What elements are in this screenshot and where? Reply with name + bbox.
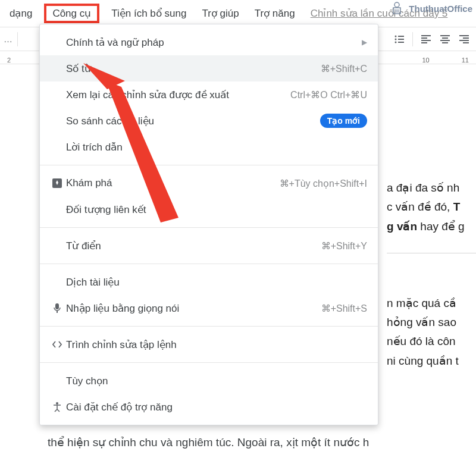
- svg-rect-1: [398, 36, 404, 37]
- menu-item-label: Cài đặt chế độ trợ năng: [66, 401, 367, 413]
- menu-item-label: Nhập liệu bằng giọng nói: [66, 302, 321, 315]
- menu-explore[interactable]: Khám phá ⌘+Tùy chọn+Shift+I: [40, 170, 378, 196]
- menu-shortcut: Ctrl+⌘O Ctrl+⌘U: [290, 89, 367, 101]
- doc-text: g vấn hay để g: [387, 217, 470, 236]
- bulleted-list-icon: [393, 33, 405, 45]
- svg-point-2: [395, 38, 397, 40]
- menu-item-label: Từ điển: [66, 240, 321, 252]
- doc-text: nếu đó là côn: [387, 332, 470, 351]
- menu-item-addons[interactable]: Tiện ích bổ sung: [108, 5, 190, 22]
- bulleted-list-button[interactable]: [391, 31, 408, 48]
- svg-rect-14: [459, 35, 469, 36]
- menu-item-label: So sánh các tài liệu: [66, 115, 320, 127]
- menu-separator: [40, 227, 378, 228]
- menu-accessibility-settings[interactable]: Cài đặt chế độ trợ năng: [40, 394, 378, 420]
- svg-rect-5: [398, 42, 404, 43]
- svg-rect-13: [442, 42, 448, 43]
- align-left-button[interactable]: [418, 31, 434, 48]
- svg-rect-21: [57, 311, 58, 313]
- accessibility-icon: [48, 402, 66, 412]
- menu-separator: [40, 362, 378, 363]
- svg-rect-17: [463, 42, 469, 43]
- menu-spelling-grammar[interactable]: Chính tả và ngữ pháp ▶: [40, 29, 378, 55]
- menu-item-accessibility[interactable]: Trợ năng: [251, 5, 299, 22]
- doc-separator: [387, 253, 476, 253]
- doc-text: thể hiện sự chỉnh chu và nghiêm túc. Ngo…: [48, 433, 476, 452]
- doc-text: a đại đa số nh: [387, 178, 470, 197]
- menu-item-label: Xem lại các chỉnh sửa được đề xuất: [66, 89, 290, 101]
- menu-item-label: Trình chỉnh sửa tập lệnh: [66, 338, 367, 351]
- svg-rect-11: [442, 37, 448, 39]
- svg-rect-9: [421, 42, 427, 43]
- menu-translate[interactable]: Dịch tài liệu: [40, 269, 378, 295]
- align-right-button[interactable]: [456, 31, 472, 48]
- new-badge: Tạo mới: [320, 114, 367, 128]
- menu-item-label: Lời trích dẫn: [66, 141, 367, 153]
- menu-item-format[interactable]: dạng: [6, 5, 36, 22]
- menu-item-label: Dịch tài liệu: [66, 276, 367, 289]
- menu-item-help[interactable]: Trợ giúp: [198, 5, 242, 22]
- menu-shortcut: ⌘+Tùy chọn+Shift+I: [280, 178, 367, 189]
- mic-icon: [48, 303, 66, 313]
- svg-rect-6: [421, 35, 431, 36]
- menu-voice-typing[interactable]: Nhập liệu bằng giọng nói ⌘+Shift+S: [40, 295, 378, 321]
- doc-text: c vấn đề đó, T: [387, 197, 470, 217]
- chevron-right-icon: ▶: [362, 38, 367, 46]
- explore-icon: [48, 178, 66, 189]
- svg-rect-10: [440, 35, 450, 36]
- menu-linked-objects[interactable]: Đối tượng liên kết: [40, 196, 378, 222]
- menu-preferences[interactable]: Tùy chọn: [40, 368, 378, 394]
- toolbar-divider: [412, 32, 413, 46]
- doc-text: n mặc quá cầ: [387, 294, 470, 313]
- svg-point-0: [395, 35, 397, 37]
- menu-word-count[interactable]: Số từ ⌘+Shift+C: [40, 55, 378, 81]
- menu-citations[interactable]: Lời trích dẫn: [40, 134, 378, 160]
- menu-item-tools[interactable]: Công cụ: [44, 4, 99, 23]
- menu-separator: [40, 264, 378, 264]
- svg-point-4: [395, 41, 397, 43]
- align-left-icon: [420, 33, 432, 45]
- last-edit-link[interactable]: Chỉnh sửa lần cuối cách đây 5: [311, 7, 448, 20]
- align-right-icon: [458, 33, 470, 45]
- menu-script-editor[interactable]: Trình chỉnh sửa tập lệnh: [40, 331, 378, 358]
- code-icon: [48, 340, 66, 349]
- svg-rect-7: [421, 37, 427, 39]
- svg-rect-16: [459, 40, 469, 41]
- align-center-button[interactable]: [437, 31, 453, 48]
- svg-rect-12: [440, 40, 450, 41]
- menu-shortcut: ⌘+Shift+Y: [321, 240, 367, 252]
- toolbar-overflow-label[interactable]: …: [4, 34, 12, 44]
- menu-item-label: Tùy chọn: [66, 375, 367, 387]
- menu-separator: [40, 326, 378, 327]
- menu-item-label: Chính tả và ngữ pháp: [66, 36, 357, 49]
- menu-item-label: Đối tượng liên kết: [66, 203, 367, 216]
- svg-point-22: [56, 402, 58, 405]
- menu-shortcut: ⌘+Shift+S: [321, 303, 367, 314]
- menu-shortcut: ⌘+Shift+C: [321, 63, 367, 74]
- align-center-icon: [439, 33, 451, 45]
- doc-text: ni cùng quần t: [387, 352, 470, 371]
- svg-rect-15: [463, 37, 469, 39]
- menu-review-suggestions[interactable]: Xem lại các chỉnh sửa được đề xuất Ctrl+…: [40, 81, 378, 108]
- svg-rect-3: [398, 39, 404, 40]
- toolbar-divider: [17, 32, 18, 46]
- svg-rect-8: [421, 40, 431, 41]
- tools-dropdown: Chính tả và ngữ pháp ▶ Số từ ⌘+Shift+C X…: [39, 24, 378, 425]
- menu-compare-documents[interactable]: So sánh các tài liệu Tạo mới: [40, 108, 378, 134]
- menu-item-label: Số từ: [66, 62, 321, 75]
- doc-text: hỏng vấn sao: [387, 313, 470, 332]
- menu-dictionary[interactable]: Từ điển ⌘+Shift+Y: [40, 233, 378, 259]
- menu-separator: [40, 165, 378, 165]
- menu-item-label: Khám phá: [66, 177, 280, 189]
- svg-rect-20: [55, 303, 59, 309]
